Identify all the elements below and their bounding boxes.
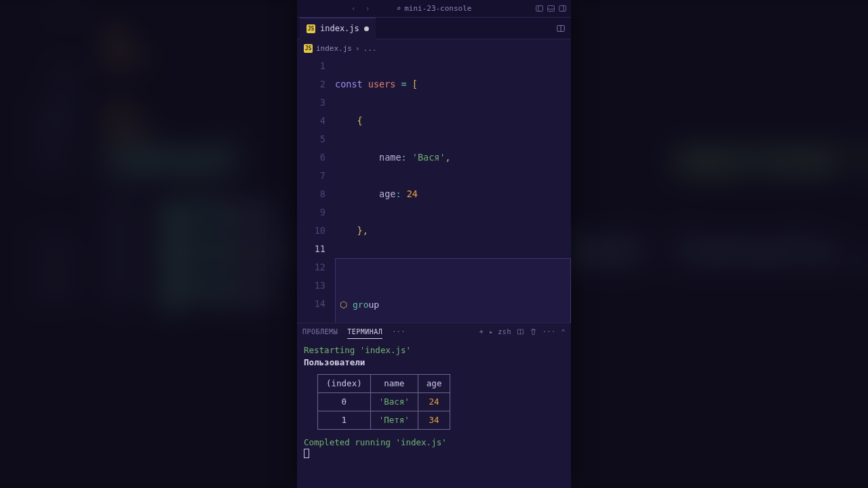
terminal-line: Completed running 'index.js' bbox=[304, 436, 564, 449]
split-terminal-icon[interactable] bbox=[517, 328, 524, 336]
vscode-window: ‹ › ⌕ mini-23-console JS index.js JS ind… bbox=[297, 0, 571, 488]
tab-problems[interactable]: ПРОБЛЕМЫ bbox=[302, 325, 338, 338]
method-icon: ⬡ bbox=[340, 296, 347, 314]
modified-dot-icon bbox=[364, 26, 369, 31]
terminal-cursor bbox=[304, 449, 309, 458]
terminal-line: Пользователи bbox=[304, 357, 564, 369]
line-gutter: 12345 678910 11121314 bbox=[297, 57, 335, 323]
terminal-line: Restarting 'index.js' bbox=[304, 344, 564, 357]
panel-tab-bar: ПРОБЛЕМЫ ТЕРМИНАЛ ··· + ▸ zsh ··· ⌃ bbox=[297, 323, 571, 340]
title-bar: ‹ › ⌕ mini-23-console bbox=[297, 0, 571, 18]
breadcrumb[interactable]: JS index.js › ... bbox=[297, 39, 571, 54]
tab-terminal[interactable]: ТЕРМИНАЛ bbox=[347, 325, 382, 339]
trash-icon[interactable] bbox=[530, 328, 537, 336]
tab-bar: JS index.js bbox=[297, 18, 571, 39]
panel-bottom-icon[interactable] bbox=[547, 4, 555, 13]
js-file-icon: JS bbox=[304, 44, 313, 53]
search-icon: ⌕ bbox=[397, 4, 401, 13]
command-center[interactable]: ⌕ mini-23-console bbox=[397, 4, 472, 13]
terminal-output[interactable]: Restarting 'index.js' Пользователи (inde… bbox=[297, 340, 571, 488]
more-icon[interactable]: ··· bbox=[542, 328, 556, 336]
panel-right-icon[interactable] bbox=[558, 4, 567, 13]
intellisense-popup[interactable]: ⬡ group ⬡ groupColla… (method) Console.…… bbox=[335, 258, 571, 323]
tab-filename: index.js bbox=[320, 24, 359, 33]
suggest-item[interactable]: ⬡ group bbox=[336, 296, 570, 314]
split-editor-icon[interactable] bbox=[556, 24, 566, 33]
svg-rect-4 bbox=[559, 5, 566, 11]
svg-rect-0 bbox=[536, 5, 543, 11]
new-terminal-button[interactable]: + bbox=[479, 328, 484, 336]
shell-dropdown[interactable]: ▸ zsh bbox=[489, 328, 511, 336]
nav-fwd-icon[interactable]: › bbox=[366, 4, 370, 13]
tab-more[interactable]: ··· bbox=[392, 325, 406, 338]
code-area[interactable]: const users = [ { name: 'Вася', age: 24 … bbox=[335, 57, 571, 323]
chevron-up-icon[interactable]: ⌃ bbox=[561, 328, 566, 336]
nav-back-icon[interactable]: ‹ bbox=[351, 4, 356, 13]
code-editor[interactable]: 12345 678910 11121314 const users = [ { … bbox=[297, 54, 571, 323]
project-name: mini-23-console bbox=[404, 4, 471, 13]
js-file-icon: JS bbox=[307, 24, 315, 33]
nav-arrows[interactable]: ‹ › bbox=[351, 4, 370, 13]
console-table: (index) name age 0 'Вася' 24 1 'Петя' 34 bbox=[317, 374, 450, 430]
panel-left-icon[interactable] bbox=[535, 4, 544, 13]
svg-rect-2 bbox=[548, 5, 555, 11]
tab-index-js[interactable]: JS index.js bbox=[300, 18, 376, 39]
